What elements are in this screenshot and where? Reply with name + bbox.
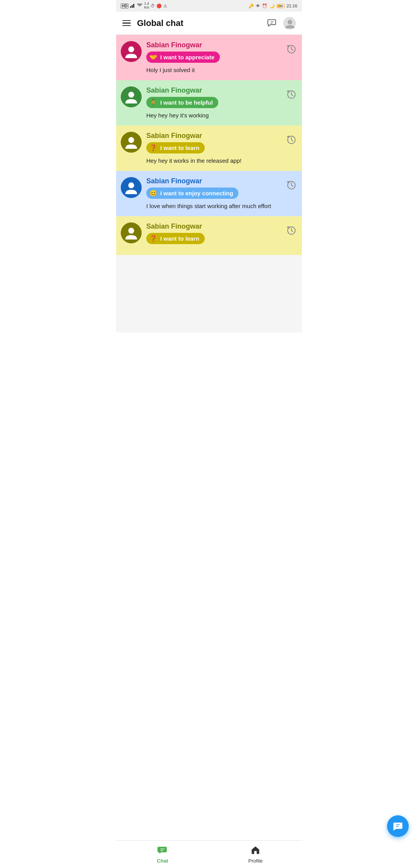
nav-item-profile[interactable]: Profile <box>209 840 302 868</box>
voicemail-icon: 🔴 <box>156 3 162 9</box>
chat-user-name: Sabian Finogwar <box>146 86 283 95</box>
avatar-person-icon <box>124 90 139 104</box>
history-icon <box>286 44 296 54</box>
avatar-person-icon <box>124 135 139 150</box>
intent-label: I want to appreciate <box>160 54 214 60</box>
profile-nav-icon <box>250 845 260 857</box>
history-icon <box>286 226 296 236</box>
chat-message: Holy I just solved it <box>146 66 283 74</box>
svg-rect-1 <box>132 5 133 8</box>
chat-nav-icon <box>158 845 168 857</box>
history-icon <box>286 135 296 145</box>
clock-icon: ⏱ <box>151 3 155 8</box>
chat-message: Hey hey it works in the released app! <box>146 157 283 165</box>
status-bar: HD 1.4K/s ⏱ 🔴 ⚠ 🔑 👁 ⏰ 🌙 15 21:16 <box>116 0 302 12</box>
chat-content: Sabian Finogwar 🧍 I want to be helpful H… <box>146 86 283 119</box>
profile-nav-label: Profile <box>248 858 263 864</box>
chat-item[interactable]: Sabian Finogwar 😊 I want to enjoy connec… <box>116 171 302 216</box>
moon-icon: 🌙 <box>269 3 275 9</box>
chat-avatar <box>121 177 142 198</box>
empty-content-area <box>116 255 302 332</box>
hamburger-line <box>122 20 131 21</box>
history-button[interactable] <box>283 223 297 238</box>
hamburger-menu[interactable] <box>122 20 131 26</box>
history-button[interactable] <box>283 133 297 147</box>
intent-label: I want to learn <box>160 145 199 151</box>
intent-badge: 😊 I want to enjoy connecting <box>146 188 238 199</box>
chat-avatar <box>121 86 142 107</box>
chat-content: Sabian Finogwar 🤝 I want to appreciate H… <box>146 41 283 74</box>
history-button[interactable] <box>283 178 297 192</box>
signal-icon <box>130 3 135 9</box>
chat-content: Sabian Finogwar ❓ I want to learn Hey he… <box>146 132 283 165</box>
chat-item[interactable]: Sabian Finogwar 🧍 I want to be helpful H… <box>116 80 302 126</box>
nav-item-chat[interactable]: Chat <box>116 840 209 868</box>
intent-label: I want to enjoy connecting <box>160 190 233 196</box>
svg-point-8 <box>128 92 134 98</box>
avatar-person-icon <box>124 44 139 59</box>
hd-badge: HD <box>121 3 128 9</box>
learn-icon: ❓ <box>149 144 157 152</box>
chat-user-name: Sabian Finogwar <box>146 177 283 185</box>
intent-badge: ❓ I want to learn <box>146 142 205 153</box>
chat-user-name: Sabian Finogwar <box>146 222 283 231</box>
intent-label: I want to be helpful <box>160 99 213 106</box>
avatar-person-icon <box>124 180 139 195</box>
chat-item[interactable]: Sabian Finogwar ❓ I want to learn Hey he… <box>116 126 302 171</box>
eye-icon: 👁 <box>256 3 260 8</box>
enjoy-icon: 😊 <box>149 189 157 197</box>
chat-avatar <box>121 222 142 243</box>
chat-bubble-icon <box>267 18 277 27</box>
status-left: HD 1.4K/s ⏱ 🔴 ⚠ <box>121 2 167 10</box>
learn2-icon: ❓ <box>149 235 157 242</box>
helpful-icon: 🧍 <box>149 99 157 106</box>
alarm-icon: ⏰ <box>262 3 267 9</box>
chat-user-name: Sabian Finogwar <box>146 41 283 49</box>
intent-badge: 🧍 I want to be helpful <box>146 97 218 108</box>
chat-content: Sabian Finogwar 😊 I want to enjoy connec… <box>146 177 283 210</box>
chat-nav-label: Chat <box>157 858 168 864</box>
bottom-nav: Chat Profile <box>116 840 302 868</box>
chat-message: Hey hey hey it's working <box>146 111 283 119</box>
history-icon <box>286 90 296 100</box>
history-icon <box>286 180 296 190</box>
history-button[interactable] <box>283 87 297 102</box>
svg-rect-2 <box>133 4 134 8</box>
compose-chat-button[interactable] <box>266 17 278 29</box>
page-title: Global chat <box>137 18 266 28</box>
hamburger-line <box>122 25 131 26</box>
key-icon: 🔑 <box>248 3 254 9</box>
battery-container: 15 <box>277 4 284 8</box>
chat-avatar <box>121 41 142 62</box>
svg-point-14 <box>128 228 134 234</box>
chat-user-name: Sabian Finogwar <box>146 132 283 140</box>
svg-point-10 <box>128 137 134 143</box>
wifi-icon <box>137 3 142 8</box>
appreciate-icon: 🤝 <box>149 53 157 61</box>
svg-rect-0 <box>130 6 131 8</box>
time-text: 21:16 <box>286 3 297 8</box>
intent-label: I want to learn <box>160 235 199 242</box>
chat-content: Sabian Finogwar ❓ I want to learn <box>146 222 283 247</box>
app-bar-actions <box>266 17 296 29</box>
history-button[interactable] <box>283 42 297 56</box>
status-right: 🔑 👁 ⏰ 🌙 15 21:16 <box>248 3 297 9</box>
speed-text: 1.4K/s <box>144 2 149 10</box>
intent-badge: ❓ I want to learn <box>146 233 205 244</box>
svg-point-5 <box>288 20 292 24</box>
chat-message: I love when things start working after m… <box>146 202 283 210</box>
chat-avatar <box>121 132 142 153</box>
avatar-person-icon <box>124 226 139 240</box>
chat-list: Sabian Finogwar 🤝 I want to appreciate H… <box>116 35 302 840</box>
svg-point-12 <box>128 183 134 188</box>
hamburger-line <box>122 22 131 24</box>
chat-item[interactable]: Sabian Finogwar ❓ I want to learn <box>116 216 302 255</box>
alert-icon: ⚠ <box>163 3 167 9</box>
chat-item[interactable]: Sabian Finogwar 🤝 I want to appreciate H… <box>116 35 302 80</box>
app-bar: Global chat <box>116 12 302 35</box>
user-avatar[interactable] <box>283 17 296 29</box>
svg-point-6 <box>128 46 134 52</box>
intent-badge: 🤝 I want to appreciate <box>146 52 220 63</box>
